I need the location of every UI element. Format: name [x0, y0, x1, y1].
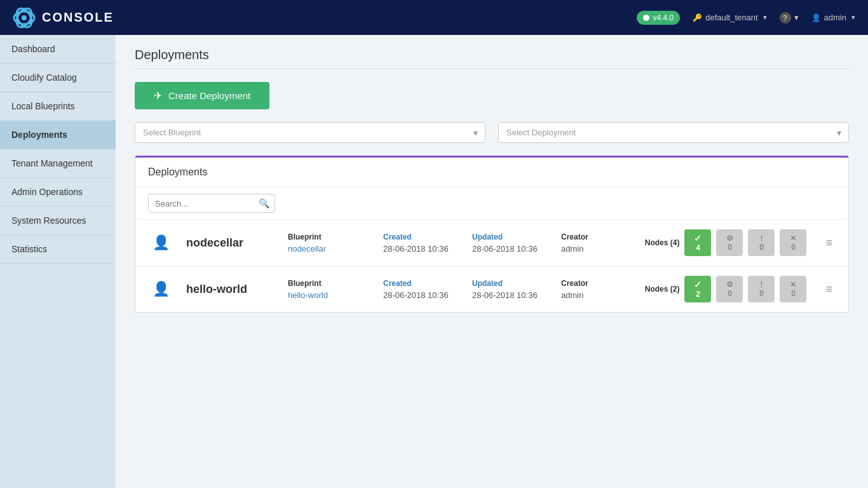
hello-world-created-col: Created 28-06-2018 10:36 — [383, 279, 453, 300]
nodecellar-progress-count: 0 — [728, 243, 732, 252]
search-button[interactable]: 🔍 — [254, 194, 275, 212]
hello-world-updated-col: Updated 28-06-2018 10:36 — [472, 279, 542, 300]
nodecellar-error-count: 0 — [791, 243, 796, 252]
nodecellar-warning-count: 0 — [759, 243, 764, 252]
create-button-label: Create Deployment — [168, 90, 250, 101]
nodecellar-menu-icon[interactable]: ≡ — [822, 233, 836, 253]
hello-world-warning-badge: ! 0 — [748, 276, 775, 302]
svg-point-3 — [22, 15, 27, 20]
hello-world-nodes-section: Nodes (2) ✓ 2 ⚙ 0 ! 0 ✕ 0 — [645, 276, 807, 302]
nodecellar-error-badge: ✕ 0 — [780, 229, 806, 256]
hello-world-ok-badge: ✓ 2 — [684, 276, 711, 302]
sidebar-item-local-blueprints[interactable]: Local Blueprints — [0, 92, 116, 121]
nodecellar-warning-icon: ! — [760, 234, 763, 243]
hello-world-progress-count: 0 — [728, 289, 732, 298]
nodecellar-blueprint-col: Blueprint nodecellar — [288, 233, 364, 254]
page-title: Deployments — [135, 48, 849, 69]
tenant-label: default_tenant — [705, 13, 757, 22]
deployments-card-header: Deployments — [135, 158, 848, 187]
hello-world-nodes-label: Nodes (2) — [645, 285, 680, 294]
sidebar-item-dashboard[interactable]: Dashboard — [0, 35, 116, 64]
app-title: CONSOLE — [42, 10, 114, 25]
nodecellar-nodes-label: Nodes (4) — [645, 238, 680, 247]
header-right: v4.4.0 default_tenant ? ▾ admin — [637, 11, 855, 25]
app-header: CONSOLE v4.4.0 default_tenant ? ▾ admin — [0, 0, 868, 35]
search-input-wrapper: 🔍 — [148, 194, 275, 213]
deployment-row-nodecellar: 👤 nodecellar Blueprint nodecellar Create… — [135, 220, 848, 266]
nodecellar-warning-badge: ! 0 — [748, 229, 775, 256]
hello-world-updated-value: 28-06-2018 10:36 — [472, 290, 542, 300]
nodecellar-user-icon: 👤 — [148, 234, 173, 251]
plane-icon: ✈ — [154, 90, 162, 102]
nodecellar-creator-value: admin — [561, 244, 612, 254]
deployment-filter[interactable]: Select Deployment — [498, 122, 849, 143]
blueprint-col-header: Blueprint — [288, 233, 364, 241]
logo-icon — [13, 6, 36, 29]
nodecellar-blueprint-value: nodecellar — [288, 244, 364, 254]
nodecellar-updated-value: 28-06-2018 10:36 — [472, 244, 542, 254]
help-menu[interactable]: ? ▾ — [780, 12, 799, 24]
sidebar-item-cloudify-catalog[interactable]: Cloudify Catalog — [0, 64, 116, 92]
sidebar-item-admin-operations[interactable]: Admin Operations — [0, 178, 116, 207]
nodecellar-updated-col: Updated 28-06-2018 10:36 — [472, 233, 542, 254]
blueprint-filter[interactable]: Select Blueprint — [135, 122, 485, 143]
nodecellar-error-icon: ✕ — [790, 234, 796, 243]
updated-col-header-2: Updated — [472, 279, 542, 288]
creator-col-header: Creator — [561, 233, 612, 241]
deployment-row-hello-world: 👤 hello-world Blueprint hello-world Crea… — [135, 266, 848, 312]
hello-world-progress-icon: ⚙ — [726, 280, 733, 289]
version-badge: v4.4.0 — [637, 11, 680, 25]
sidebar-item-tenant-management[interactable]: Tenant Management — [0, 149, 116, 178]
hello-world-menu-icon[interactable]: ≡ — [822, 280, 836, 299]
created-col-header-2: Created — [383, 279, 453, 288]
sidebar-item-system-resources[interactable]: System Resources — [0, 207, 116, 235]
deployment-filter-wrapper: Select Deployment — [498, 122, 849, 143]
hello-world-ok-count: 2 — [696, 290, 700, 299]
version-label: v4.4.0 — [653, 13, 674, 22]
nodecellar-progress-badge: ⚙ 0 — [716, 229, 743, 256]
nodecellar-check-icon: ✓ — [694, 233, 702, 243]
nodecellar-nodes-section: Nodes (4) ✓ 4 ⚙ 0 ! 0 ✕ 0 — [645, 229, 807, 256]
hello-world-creator-value: admin — [561, 290, 612, 300]
hello-world-blueprint-col: Blueprint hello-world — [288, 279, 364, 300]
hello-world-blueprint-value: hello-world — [288, 290, 364, 300]
header-left: CONSOLE — [13, 6, 114, 29]
hello-world-progress-badge: ⚙ 0 — [716, 276, 743, 302]
hello-world-error-icon: ✕ — [790, 280, 796, 289]
created-col-header: Created — [383, 233, 453, 241]
hello-world-details: Blueprint hello-world Created 28-06-2018… — [288, 279, 632, 300]
create-deployment-button[interactable]: ✈ Create Deployment — [135, 82, 269, 109]
layout: Dashboard Cloudify Catalog Local Bluepri… — [0, 35, 868, 488]
creator-col-header-2: Creator — [561, 279, 612, 288]
hello-world-created-value: 28-06-2018 10:36 — [383, 290, 453, 300]
tenant-icon — [693, 13, 702, 22]
user-menu[interactable]: admin — [811, 13, 855, 22]
updated-col-header: Updated — [472, 233, 542, 241]
user-icon — [811, 13, 821, 22]
tenant-selector[interactable]: default_tenant — [693, 13, 766, 22]
hello-world-user-icon: 👤 — [148, 281, 173, 297]
sidebar: Dashboard Cloudify Catalog Local Bluepri… — [0, 35, 116, 488]
nodecellar-creator-col: Creator admin — [561, 233, 612, 254]
sidebar-item-deployments[interactable]: Deployments — [0, 121, 116, 149]
nodecellar-progress-icon: ⚙ — [726, 234, 733, 243]
nodecellar-ok-badge: ✓ 4 — [684, 229, 711, 256]
user-label: admin — [824, 13, 846, 22]
hello-world-check-icon: ✓ — [694, 280, 702, 290]
nodecellar-ok-count: 4 — [696, 243, 700, 252]
hello-world-name: hello-world — [186, 283, 275, 296]
hello-world-warning-count: 0 — [759, 289, 764, 298]
search-input[interactable] — [149, 195, 254, 212]
version-dot — [643, 15, 649, 21]
nodecellar-name: nodecellar — [186, 236, 275, 250]
deployments-card: Deployments 🔍 👤 nodecellar Blueprint nod… — [135, 156, 849, 313]
help-chevron: ▾ — [794, 13, 799, 22]
filters: Select Blueprint Select Deployment — [135, 122, 849, 143]
nodecellar-details: Blueprint nodecellar Created 28-06-2018 … — [288, 233, 632, 254]
blueprint-col-header-2: Blueprint — [288, 279, 364, 288]
sidebar-item-statistics[interactable]: Statistics — [0, 235, 116, 264]
main-content: Deployments ✈ Create Deployment Select B… — [116, 35, 868, 488]
hello-world-error-badge: ✕ 0 — [780, 276, 806, 302]
hello-world-warning-icon: ! — [760, 280, 763, 289]
nodecellar-created-value: 28-06-2018 10:36 — [383, 244, 453, 254]
